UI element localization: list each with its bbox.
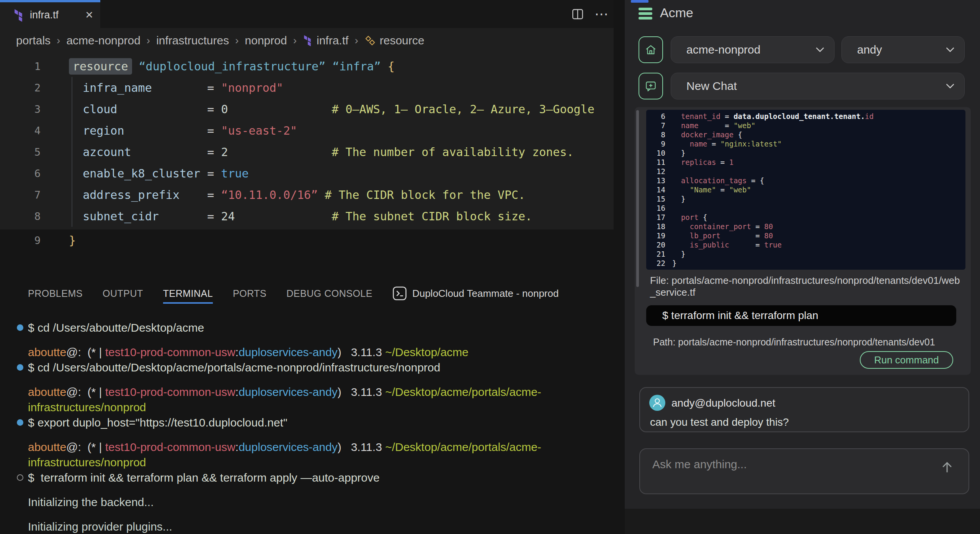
chat-input[interactable] (652, 457, 921, 471)
breadcrumb-item-portals[interactable]: portals (16, 34, 51, 47)
snippet-line-20: 20 is_public = true (646, 240, 965, 249)
editor-line-5[interactable]: 5 azcount = 2 # The number of availabili… (0, 141, 614, 163)
line-number: 4 (0, 125, 41, 137)
snippet-line-17: 17 port { (646, 213, 965, 222)
token-op: = (207, 81, 221, 94)
terminal-line: infrastructures/nonprod (28, 455, 606, 470)
breadcrumb-item-acme-nonprod[interactable]: acme-nonprod (66, 34, 140, 47)
line-number: 15 (646, 194, 665, 204)
editor-line-7[interactable]: 7 address_prefix = “10.11.0.0/16” # The … (0, 184, 614, 205)
token-op: = (207, 188, 221, 202)
token-plain: = { (746, 176, 764, 185)
panel-tab-ports[interactable]: PORTS (233, 288, 266, 299)
line-number: 21 (646, 249, 665, 259)
run-command-button[interactable]: Run command (860, 351, 953, 369)
editor-line-1[interactable]: 1resource “duplocloud_infrastructure” “i… (0, 55, 614, 77)
token-plain: ) 3.11.3 (338, 441, 385, 453)
line-number: 14 (646, 185, 665, 194)
token-val: 1 (729, 158, 733, 166)
token-brace: { (388, 60, 395, 73)
editor-line-9[interactable]: 9} (0, 230, 614, 251)
terraform-icon (303, 35, 313, 46)
indent-guide (72, 77, 72, 227)
token-plain: } (672, 259, 676, 267)
token-val: true (764, 241, 782, 249)
token-plain (69, 124, 83, 137)
token-prop: address_prefix (83, 188, 180, 202)
token-id: id (865, 112, 874, 120)
snippet-line-22: 22} (646, 259, 965, 268)
panel-tab-duplocloud-teammate[interactable]: DuploCloud Teammate - nonprod (392, 286, 559, 301)
editor-line-3[interactable]: 3 cloud = 0 # 0—AWS, 1— Oracle, 2— Azure… (0, 98, 614, 120)
command-running-bullet (17, 474, 23, 481)
token-plain (180, 188, 207, 202)
breadcrumb-item-nonprod[interactable]: nonprod (245, 34, 287, 47)
line-number: 19 (646, 231, 665, 240)
new-chat-button[interactable] (639, 73, 663, 99)
token-plain: ) 3.11.3 (338, 386, 385, 398)
terminal-line: $ export duplo_host="https://test10.dupl… (28, 415, 606, 430)
line-number: 3 (0, 103, 41, 115)
close-icon[interactable]: ✕ (85, 9, 93, 21)
tenant-select[interactable]: acme-nonprod (671, 36, 835, 63)
tab-infra-tf[interactable]: infra.tf ✕ (0, 0, 100, 28)
split-editor-icon[interactable] (571, 7, 585, 21)
editor-area: portals›acme-nonprod›infrastructures›non… (0, 28, 614, 230)
token-expr: data.duplocloud_tenant.tenant. (733, 112, 865, 120)
snippet-line-13: 13 allocation_tags = { (646, 176, 965, 185)
home-button[interactable] (639, 36, 663, 63)
token-path: ~/Desktop/acme/portals/acme- (385, 441, 541, 453)
token-comment: # The number of availability zones. (332, 145, 573, 159)
chevron-down-icon (946, 83, 954, 89)
token-plain (159, 210, 207, 223)
token-id: container_port (690, 222, 751, 231)
breadcrumb-item-resource[interactable]: resource (364, 34, 425, 47)
token-str: "web" (729, 186, 751, 194)
token-plain (672, 222, 690, 231)
panel-tab-output[interactable]: OUTPUT (103, 288, 143, 299)
editor-line-4[interactable]: 4 region = "us-east-2" (0, 120, 614, 141)
editor-actions: ⋯ (571, 0, 608, 28)
token-id: is_public (690, 241, 729, 249)
token-plain: { (733, 130, 742, 139)
panel-tab-debug-console[interactable]: DEBUG CONSOLE (286, 288, 372, 299)
breadcrumb-item-infrastructures[interactable]: infrastructures (156, 34, 229, 47)
token-prop: infra_name (83, 81, 152, 94)
token-plain (69, 145, 83, 159)
editor-line-6[interactable]: 6 enable_k8_cluster = true (0, 163, 614, 184)
token-plain (672, 231, 690, 240)
token-plain (672, 213, 681, 221)
chevron-down-icon (946, 47, 954, 52)
token-plain: = (707, 140, 720, 148)
token-plain: = (720, 231, 764, 240)
code-lines: 1resource “duplocloud_infrastructure” “i… (0, 55, 614, 227)
panel-tab-terminal[interactable]: TERMINAL (163, 288, 213, 299)
user-select[interactable]: andy (841, 36, 965, 63)
line-number: 16 (646, 204, 665, 213)
token-plain (672, 176, 681, 185)
token-user: aboutte (28, 441, 66, 453)
token-str: "nonprod" (221, 81, 283, 94)
token-op: = (207, 145, 221, 159)
token-plain (124, 124, 207, 137)
chat-select[interactable]: New Chat (671, 73, 965, 99)
token-id: port (681, 213, 699, 221)
send-icon[interactable] (937, 459, 957, 475)
token-plain (69, 210, 83, 223)
avatar (649, 395, 665, 411)
panel-tab-problems[interactable]: PROBLEMS (28, 288, 83, 299)
token-plain (69, 81, 83, 94)
editor-pane: infra.tf ✕ ⋯ portals›acme-nonprod›infras… (0, 0, 614, 534)
token-plain (69, 167, 83, 180)
terminal-line: aboutte@: (* | test10-prod-common-usw:du… (28, 440, 606, 455)
editor-line-2[interactable]: 2 infra_name = "nonprod" (0, 77, 614, 98)
editor-line-8[interactable]: 8 subnet_cidr = 24 # The subnet CIDR blo… (0, 205, 614, 227)
panel-scroll-indicator (631, 0, 648, 3)
token-context: test10-prod-common-usw (105, 386, 235, 398)
scrollbar-thumb[interactable] (636, 110, 639, 287)
token-op: = (207, 103, 221, 116)
breadcrumb-item-infra-tf[interactable]: infra.tf (303, 34, 348, 47)
line-number: 5 (0, 146, 41, 158)
token-path: infrastructures/nonprod (28, 456, 146, 469)
menu-icon[interactable] (639, 8, 652, 20)
